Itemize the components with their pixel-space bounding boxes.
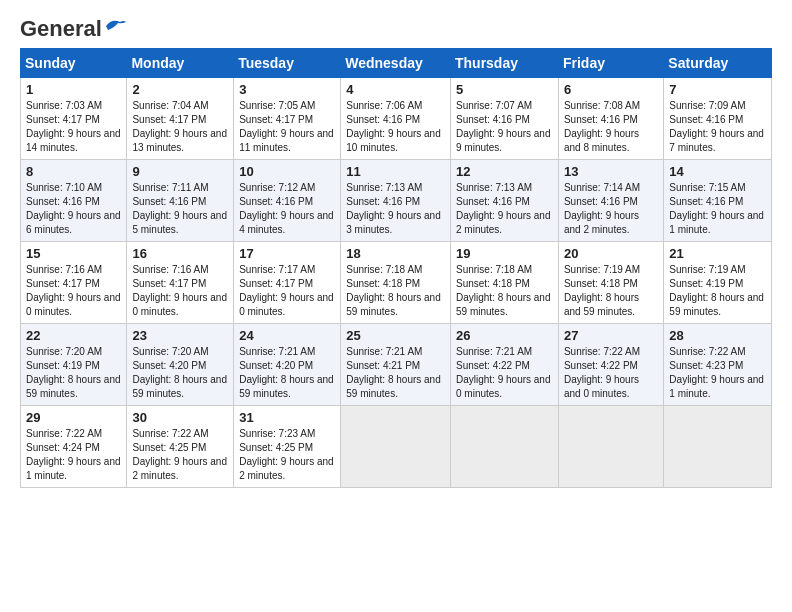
- calendar-cell: [664, 406, 772, 488]
- day-number: 30: [132, 410, 228, 425]
- calendar-cell: 15 Sunrise: 7:16 AMSunset: 4:17 PMDaylig…: [21, 242, 127, 324]
- calendar-cell: [558, 406, 663, 488]
- cell-info: Sunrise: 7:08 AMSunset: 4:16 PMDaylight:…: [564, 100, 640, 153]
- calendar-cell: 30 Sunrise: 7:22 AMSunset: 4:25 PMDaylig…: [127, 406, 234, 488]
- col-header-wednesday: Wednesday: [341, 49, 451, 78]
- day-number: 7: [669, 82, 766, 97]
- cell-info: Sunrise: 7:18 AMSunset: 4:18 PMDaylight:…: [456, 264, 551, 317]
- calendar-cell: 6 Sunrise: 7:08 AMSunset: 4:16 PMDayligh…: [558, 78, 663, 160]
- cell-info: Sunrise: 7:05 AMSunset: 4:17 PMDaylight:…: [239, 100, 334, 153]
- calendar-table: SundayMondayTuesdayWednesdayThursdayFrid…: [20, 48, 772, 488]
- day-number: 2: [132, 82, 228, 97]
- day-number: 5: [456, 82, 553, 97]
- cell-info: Sunrise: 7:09 AMSunset: 4:16 PMDaylight:…: [669, 100, 764, 153]
- calendar-week-row: 1 Sunrise: 7:03 AMSunset: 4:17 PMDayligh…: [21, 78, 772, 160]
- cell-info: Sunrise: 7:23 AMSunset: 4:25 PMDaylight:…: [239, 428, 334, 481]
- day-number: 21: [669, 246, 766, 261]
- cell-info: Sunrise: 7:21 AMSunset: 4:22 PMDaylight:…: [456, 346, 551, 399]
- calendar-cell: 8 Sunrise: 7:10 AMSunset: 4:16 PMDayligh…: [21, 160, 127, 242]
- day-number: 28: [669, 328, 766, 343]
- calendar-cell: 17 Sunrise: 7:17 AMSunset: 4:17 PMDaylig…: [234, 242, 341, 324]
- calendar-week-row: 29 Sunrise: 7:22 AMSunset: 4:24 PMDaylig…: [21, 406, 772, 488]
- cell-info: Sunrise: 7:22 AMSunset: 4:22 PMDaylight:…: [564, 346, 640, 399]
- day-number: 3: [239, 82, 335, 97]
- cell-info: Sunrise: 7:22 AMSunset: 4:24 PMDaylight:…: [26, 428, 121, 481]
- calendar-cell: 11 Sunrise: 7:13 AMSunset: 4:16 PMDaylig…: [341, 160, 451, 242]
- calendar-cell: 1 Sunrise: 7:03 AMSunset: 4:17 PMDayligh…: [21, 78, 127, 160]
- calendar-cell: 22 Sunrise: 7:20 AMSunset: 4:19 PMDaylig…: [21, 324, 127, 406]
- day-number: 22: [26, 328, 121, 343]
- calendar-cell: 20 Sunrise: 7:19 AMSunset: 4:18 PMDaylig…: [558, 242, 663, 324]
- calendar-cell: 23 Sunrise: 7:20 AMSunset: 4:20 PMDaylig…: [127, 324, 234, 406]
- cell-info: Sunrise: 7:21 AMSunset: 4:21 PMDaylight:…: [346, 346, 441, 399]
- calendar-cell: 10 Sunrise: 7:12 AMSunset: 4:16 PMDaylig…: [234, 160, 341, 242]
- col-header-friday: Friday: [558, 49, 663, 78]
- day-number: 1: [26, 82, 121, 97]
- calendar-cell: 31 Sunrise: 7:23 AMSunset: 4:25 PMDaylig…: [234, 406, 341, 488]
- cell-info: Sunrise: 7:13 AMSunset: 4:16 PMDaylight:…: [346, 182, 441, 235]
- day-number: 27: [564, 328, 658, 343]
- cell-info: Sunrise: 7:07 AMSunset: 4:16 PMDaylight:…: [456, 100, 551, 153]
- cell-info: Sunrise: 7:19 AMSunset: 4:19 PMDaylight:…: [669, 264, 764, 317]
- cell-info: Sunrise: 7:18 AMSunset: 4:18 PMDaylight:…: [346, 264, 441, 317]
- calendar-week-row: 22 Sunrise: 7:20 AMSunset: 4:19 PMDaylig…: [21, 324, 772, 406]
- col-header-sunday: Sunday: [21, 49, 127, 78]
- day-number: 25: [346, 328, 445, 343]
- logo-bird-icon: [104, 18, 126, 34]
- day-number: 4: [346, 82, 445, 97]
- calendar-cell: 9 Sunrise: 7:11 AMSunset: 4:16 PMDayligh…: [127, 160, 234, 242]
- calendar-cell: 25 Sunrise: 7:21 AMSunset: 4:21 PMDaylig…: [341, 324, 451, 406]
- col-header-saturday: Saturday: [664, 49, 772, 78]
- cell-info: Sunrise: 7:22 AMSunset: 4:25 PMDaylight:…: [132, 428, 227, 481]
- calendar-cell: 5 Sunrise: 7:07 AMSunset: 4:16 PMDayligh…: [450, 78, 558, 160]
- cell-info: Sunrise: 7:04 AMSunset: 4:17 PMDaylight:…: [132, 100, 227, 153]
- day-number: 15: [26, 246, 121, 261]
- day-number: 14: [669, 164, 766, 179]
- calendar-cell: 3 Sunrise: 7:05 AMSunset: 4:17 PMDayligh…: [234, 78, 341, 160]
- cell-info: Sunrise: 7:16 AMSunset: 4:17 PMDaylight:…: [26, 264, 121, 317]
- calendar-header-row: SundayMondayTuesdayWednesdayThursdayFrid…: [21, 49, 772, 78]
- col-header-monday: Monday: [127, 49, 234, 78]
- cell-info: Sunrise: 7:11 AMSunset: 4:16 PMDaylight:…: [132, 182, 227, 235]
- calendar-cell: 16 Sunrise: 7:16 AMSunset: 4:17 PMDaylig…: [127, 242, 234, 324]
- cell-info: Sunrise: 7:20 AMSunset: 4:19 PMDaylight:…: [26, 346, 121, 399]
- day-number: 29: [26, 410, 121, 425]
- day-number: 11: [346, 164, 445, 179]
- day-number: 9: [132, 164, 228, 179]
- day-number: 26: [456, 328, 553, 343]
- cell-info: Sunrise: 7:19 AMSunset: 4:18 PMDaylight:…: [564, 264, 640, 317]
- cell-info: Sunrise: 7:03 AMSunset: 4:17 PMDaylight:…: [26, 100, 121, 153]
- day-number: 12: [456, 164, 553, 179]
- calendar-cell: 27 Sunrise: 7:22 AMSunset: 4:22 PMDaylig…: [558, 324, 663, 406]
- cell-info: Sunrise: 7:06 AMSunset: 4:16 PMDaylight:…: [346, 100, 441, 153]
- calendar-cell: 18 Sunrise: 7:18 AMSunset: 4:18 PMDaylig…: [341, 242, 451, 324]
- logo-general: General: [20, 16, 102, 42]
- calendar-cell: 2 Sunrise: 7:04 AMSunset: 4:17 PMDayligh…: [127, 78, 234, 160]
- day-number: 20: [564, 246, 658, 261]
- calendar-cell: 24 Sunrise: 7:21 AMSunset: 4:20 PMDaylig…: [234, 324, 341, 406]
- col-header-tuesday: Tuesday: [234, 49, 341, 78]
- logo: General: [20, 16, 126, 38]
- calendar-week-row: 8 Sunrise: 7:10 AMSunset: 4:16 PMDayligh…: [21, 160, 772, 242]
- calendar-cell: 26 Sunrise: 7:21 AMSunset: 4:22 PMDaylig…: [450, 324, 558, 406]
- calendar-cell: 13 Sunrise: 7:14 AMSunset: 4:16 PMDaylig…: [558, 160, 663, 242]
- day-number: 17: [239, 246, 335, 261]
- calendar-cell: 21 Sunrise: 7:19 AMSunset: 4:19 PMDaylig…: [664, 242, 772, 324]
- day-number: 6: [564, 82, 658, 97]
- cell-info: Sunrise: 7:10 AMSunset: 4:16 PMDaylight:…: [26, 182, 121, 235]
- day-number: 16: [132, 246, 228, 261]
- day-number: 13: [564, 164, 658, 179]
- cell-info: Sunrise: 7:16 AMSunset: 4:17 PMDaylight:…: [132, 264, 227, 317]
- day-number: 18: [346, 246, 445, 261]
- calendar-cell: 12 Sunrise: 7:13 AMSunset: 4:16 PMDaylig…: [450, 160, 558, 242]
- day-number: 31: [239, 410, 335, 425]
- day-number: 8: [26, 164, 121, 179]
- calendar-cell: [341, 406, 451, 488]
- calendar-cell: 4 Sunrise: 7:06 AMSunset: 4:16 PMDayligh…: [341, 78, 451, 160]
- day-number: 23: [132, 328, 228, 343]
- cell-info: Sunrise: 7:13 AMSunset: 4:16 PMDaylight:…: [456, 182, 551, 235]
- day-number: 19: [456, 246, 553, 261]
- cell-info: Sunrise: 7:15 AMSunset: 4:16 PMDaylight:…: [669, 182, 764, 235]
- calendar-cell: 29 Sunrise: 7:22 AMSunset: 4:24 PMDaylig…: [21, 406, 127, 488]
- calendar-cell: 28 Sunrise: 7:22 AMSunset: 4:23 PMDaylig…: [664, 324, 772, 406]
